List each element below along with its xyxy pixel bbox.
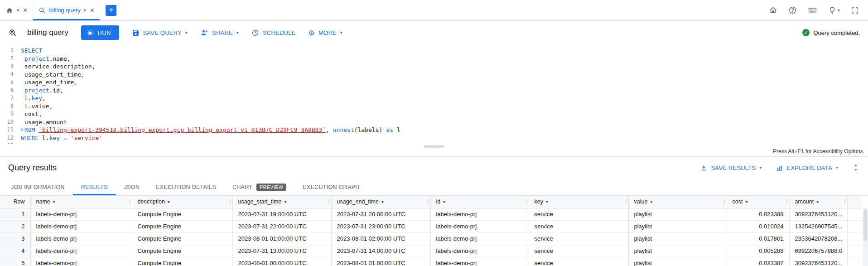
run-button[interactable]: ▶ RUN xyxy=(81,25,119,40)
home-icon[interactable] xyxy=(769,6,777,15)
results-tab-json[interactable]: JSON xyxy=(116,179,148,195)
tab-billing-query[interactable]: billing query ▾ × xyxy=(33,0,100,20)
accessibility-hint: Press Alt+F1 for Accessibility Options. xyxy=(773,148,864,155)
chevron-down-icon[interactable]: ▾ xyxy=(84,8,86,13)
column-header-description[interactable]: /description▾ xyxy=(132,196,232,208)
code-line[interactable]: 8 l.value, xyxy=(0,102,868,111)
table-row[interactable]: 4labels-demo-prjCompute Engine2023-07-31… xyxy=(0,245,862,257)
code-line[interactable]: 7 l.key, xyxy=(0,94,868,102)
chevron-down-icon[interactable]: ▾ xyxy=(17,8,19,13)
tab-label: RESULTS xyxy=(81,184,108,190)
column-header-usage_end_time[interactable]: /usage_end_time▾ xyxy=(331,196,430,208)
code-line[interactable]: 5 usage_end_time, xyxy=(0,78,868,87)
code-line[interactable]: 12WHERE l.key = 'service' xyxy=(0,134,868,142)
explore-data-button[interactable]: EXPLORE DATA ▾ xyxy=(776,164,838,172)
add-tab-button[interactable]: + xyxy=(106,5,116,16)
column-header-name[interactable]: /name▾ xyxy=(30,196,132,208)
table-cell: labels-demo-prj xyxy=(30,257,132,266)
lightbulb-icon[interactable]: ▾ xyxy=(828,6,840,15)
table-cell: 0.010024 xyxy=(727,220,789,232)
column-resize-handle[interactable]: / xyxy=(626,198,627,205)
sql-editor[interactable]: 1SELECT2 project.name,3 service.descript… xyxy=(0,44,868,144)
column-resize-handle[interactable]: / xyxy=(526,198,528,205)
results-tabs: JOB INFORMATIONRESULTSJSONEXECUTION DETA… xyxy=(0,179,868,196)
line-number: 10 xyxy=(0,118,21,126)
sort-menu-icon[interactable]: ▾ xyxy=(546,199,548,204)
line-number: 6 xyxy=(0,87,21,95)
column-resize-handle[interactable]: / xyxy=(786,198,788,205)
resize-handle[interactable] xyxy=(424,145,444,148)
tab-home[interactable]: ▾ × xyxy=(0,0,33,20)
column-header-value[interactable]: /value▾ xyxy=(628,196,727,208)
table-header-row: Row/name▾/description▾/usage_start_time▾… xyxy=(0,196,862,208)
column-header-key[interactable]: /key▾ xyxy=(529,196,628,208)
table-row[interactable]: 1labels-demo-prjCompute Engine2023-07-31… xyxy=(0,208,862,220)
close-icon[interactable]: × xyxy=(23,7,27,14)
chevron-down-icon: ▾ xyxy=(836,165,838,170)
vertical-scrollbar[interactable] xyxy=(863,208,868,266)
column-header-usage_start_time[interactable]: /usage_start_time▾ xyxy=(232,196,331,208)
fullscreen-icon[interactable] xyxy=(851,6,859,15)
more-button[interactable]: ⚙ MORE ▾ xyxy=(309,29,343,37)
column-label: usage_end_time xyxy=(337,198,379,205)
sort-menu-icon[interactable]: ▾ xyxy=(745,199,747,204)
code-text: WHERE l.key = 'service' xyxy=(21,134,102,142)
column-label: cost xyxy=(733,198,743,205)
code-text: cost, xyxy=(21,110,42,118)
line-number: 4 xyxy=(0,71,21,79)
column-resize-handle[interactable]: / xyxy=(230,198,231,205)
close-icon[interactable]: × xyxy=(90,7,94,14)
sort-menu-icon[interactable]: ▾ xyxy=(443,199,445,204)
column-resize-handle[interactable]: / xyxy=(844,198,846,205)
sort-menu-icon[interactable]: ▾ xyxy=(53,199,55,204)
table-cell: 0.023387 xyxy=(727,257,789,266)
results-tab-chart[interactable]: CHARTPREVIEW xyxy=(224,179,294,195)
column-header-amount[interactable]: /amount▾ xyxy=(789,196,847,208)
table-cell: playlist xyxy=(628,208,727,220)
column-header-cost[interactable]: /cost▾ xyxy=(727,196,789,208)
save-results-button[interactable]: SAVE RESULTS ▾ xyxy=(700,164,762,172)
sort-menu-icon[interactable]: ▾ xyxy=(168,199,170,204)
table-row[interactable]: 5labels-demo-prjCompute Engine2023-08-01… xyxy=(0,257,862,266)
table-cell: 0.017801 xyxy=(727,232,789,245)
sort-menu-icon[interactable]: ▾ xyxy=(284,199,286,204)
check-circle-icon: ✓ xyxy=(802,29,810,36)
help-icon[interactable] xyxy=(788,6,797,15)
code-line[interactable]: 6 project.id, xyxy=(0,87,868,95)
home-icon xyxy=(5,6,14,15)
save-query-button[interactable]: SAVE QUERY ▾ xyxy=(132,29,188,37)
column-resize-handle[interactable]: / xyxy=(428,198,429,205)
code-line[interactable]: 1SELECT xyxy=(0,47,868,55)
share-button[interactable]: SHARE ▾ xyxy=(200,29,239,37)
code-line[interactable]: 9 cost, xyxy=(0,110,868,118)
sort-menu-icon[interactable]: ▾ xyxy=(816,199,819,204)
code-line[interactable]: 13 xyxy=(0,142,868,144)
schedule-button[interactable]: SCHEDULE xyxy=(251,29,295,37)
column-resize-handle[interactable]: / xyxy=(724,198,726,205)
column-label: amount xyxy=(795,198,814,205)
results-tab-execution-graph[interactable]: EXECUTION GRAPH xyxy=(294,179,367,195)
column-resize-handle[interactable]: / xyxy=(328,198,330,205)
column-header-id[interactable]: /id▾ xyxy=(430,196,529,208)
code-text: usage_end_time, xyxy=(21,78,77,87)
line-number: 8 xyxy=(0,102,21,111)
table-row[interactable]: 3labels-demo-prjCompute Engine2023-08-01… xyxy=(0,232,862,245)
query-icon xyxy=(39,7,46,14)
table-cell: 0.005288 xyxy=(727,245,789,257)
code-text: SELECT xyxy=(21,47,42,55)
results-tab-job-information[interactable]: JOB INFORMATION xyxy=(3,179,73,195)
keyboard-icon[interactable] xyxy=(808,5,817,15)
code-line[interactable]: 4 usage_start_time, xyxy=(0,71,868,79)
code-line[interactable]: 11FROM `billing-export-394518.billing_ex… xyxy=(0,126,868,134)
code-line[interactable]: 2 project.name, xyxy=(0,55,868,63)
table-row[interactable]: 2labels-demo-prjCompute Engine2023-07-31… xyxy=(0,220,862,232)
sort-menu-icon[interactable]: ▾ xyxy=(650,199,652,204)
code-line[interactable]: 3 service.description, xyxy=(0,63,868,71)
sort-menu-icon[interactable]: ▾ xyxy=(381,199,384,204)
column-resize-handle[interactable]: / xyxy=(129,198,131,205)
results-tab-execution-details[interactable]: EXECUTION DETAILS xyxy=(148,179,224,195)
line-number: 13 xyxy=(0,142,21,144)
code-line[interactable]: 10 usage.amount xyxy=(0,118,868,126)
results-tab-results[interactable]: RESULTS xyxy=(73,179,116,195)
unfold-icon[interactable] xyxy=(852,164,860,172)
